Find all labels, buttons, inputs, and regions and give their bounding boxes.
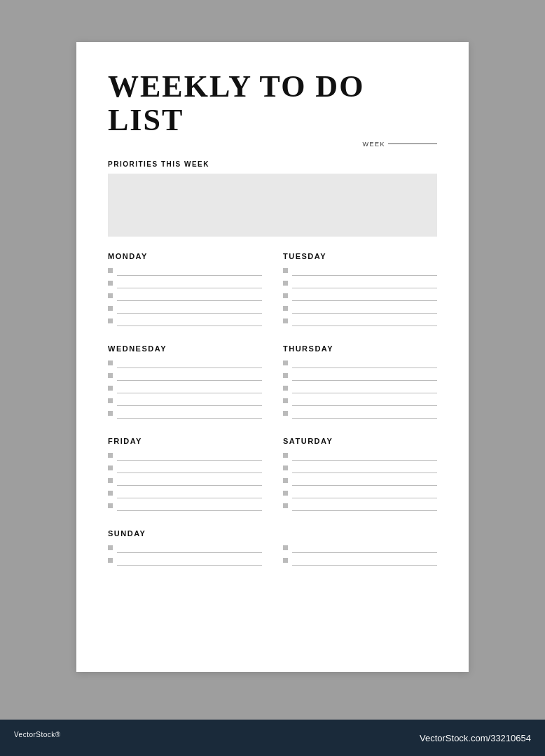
checkbox[interactable] <box>283 281 288 286</box>
task-item[interactable] <box>283 266 437 276</box>
task-line[interactable] <box>117 266 262 276</box>
task-line[interactable] <box>292 476 437 486</box>
checkbox[interactable] <box>108 318 113 323</box>
task-line[interactable] <box>292 543 437 553</box>
task-item[interactable] <box>108 371 262 381</box>
task-line[interactable] <box>117 463 262 473</box>
task-item[interactable] <box>108 396 262 406</box>
checkbox[interactable] <box>108 503 113 508</box>
task-line[interactable] <box>292 384 437 393</box>
task-line[interactable] <box>292 463 437 473</box>
task-line[interactable] <box>292 556 437 566</box>
checkbox[interactable] <box>283 398 288 403</box>
task-item[interactable] <box>108 451 262 461</box>
task-item[interactable] <box>283 396 437 406</box>
task-item[interactable] <box>283 556 437 566</box>
task-line[interactable] <box>292 266 437 276</box>
checkbox[interactable] <box>283 453 288 458</box>
task-item[interactable] <box>108 501 262 511</box>
task-line[interactable] <box>292 316 437 326</box>
task-line[interactable] <box>292 501 437 511</box>
task-item[interactable] <box>108 463 262 473</box>
checkbox[interactable] <box>108 558 113 563</box>
checkbox[interactable] <box>108 478 113 483</box>
task-line[interactable] <box>117 543 262 553</box>
checkbox[interactable] <box>283 465 288 470</box>
task-line[interactable] <box>117 489 262 498</box>
checkbox[interactable] <box>283 545 288 550</box>
task-item[interactable] <box>283 409 437 419</box>
task-item[interactable] <box>108 291 262 301</box>
task-line[interactable] <box>292 396 437 406</box>
task-line[interactable] <box>117 304 262 314</box>
checkbox[interactable] <box>108 281 113 286</box>
checkbox[interactable] <box>283 558 288 563</box>
checkbox[interactable] <box>283 306 288 311</box>
checkbox[interactable] <box>108 293 113 298</box>
checkbox[interactable] <box>283 491 288 496</box>
checkbox[interactable] <box>108 268 113 273</box>
task-item[interactable] <box>108 476 262 486</box>
task-line[interactable] <box>292 291 437 301</box>
task-line[interactable] <box>292 279 437 288</box>
task-line[interactable] <box>117 409 262 419</box>
task-line[interactable] <box>117 279 262 288</box>
task-item[interactable] <box>283 291 437 301</box>
checkbox[interactable] <box>108 491 113 496</box>
task-line[interactable] <box>292 409 437 419</box>
task-item[interactable] <box>108 266 262 276</box>
task-item[interactable] <box>108 279 262 288</box>
checkbox[interactable] <box>283 478 288 483</box>
task-item[interactable] <box>283 451 437 461</box>
checkbox[interactable] <box>283 373 288 378</box>
checkbox[interactable] <box>108 411 113 416</box>
task-line[interactable] <box>117 396 262 406</box>
task-item[interactable] <box>283 463 437 473</box>
task-item[interactable] <box>108 384 262 393</box>
task-line[interactable] <box>117 501 262 511</box>
task-item[interactable] <box>283 543 437 553</box>
task-item[interactable] <box>283 304 437 314</box>
checkbox[interactable] <box>108 306 113 311</box>
task-item[interactable] <box>108 316 262 326</box>
task-item[interactable] <box>108 304 262 314</box>
checkbox[interactable] <box>108 373 113 378</box>
checkbox[interactable] <box>283 360 288 365</box>
task-line[interactable] <box>292 304 437 314</box>
checkbox[interactable] <box>108 386 113 391</box>
priorities-box[interactable] <box>108 174 437 237</box>
checkbox[interactable] <box>283 293 288 298</box>
checkbox[interactable] <box>108 398 113 403</box>
task-line[interactable] <box>117 384 262 393</box>
task-item[interactable] <box>108 489 262 498</box>
checkbox[interactable] <box>108 545 113 550</box>
task-line[interactable] <box>117 316 262 326</box>
task-item[interactable] <box>108 556 262 566</box>
task-item[interactable] <box>283 371 437 381</box>
checkbox[interactable] <box>283 386 288 391</box>
task-item[interactable] <box>283 476 437 486</box>
checkbox[interactable] <box>283 318 288 323</box>
checkbox[interactable] <box>283 268 288 273</box>
task-line[interactable] <box>117 371 262 381</box>
checkbox[interactable] <box>108 360 113 365</box>
task-line[interactable] <box>292 451 437 461</box>
task-item[interactable] <box>108 543 262 553</box>
task-item[interactable] <box>283 489 437 498</box>
task-line[interactable] <box>292 489 437 498</box>
task-line[interactable] <box>292 371 437 381</box>
checkbox[interactable] <box>283 411 288 416</box>
task-line[interactable] <box>117 451 262 461</box>
task-item[interactable] <box>283 358 437 368</box>
checkbox[interactable] <box>283 503 288 508</box>
task-line[interactable] <box>117 476 262 486</box>
task-item[interactable] <box>283 316 437 326</box>
checkbox[interactable] <box>108 465 113 470</box>
task-item[interactable] <box>283 279 437 288</box>
task-line[interactable] <box>292 358 437 368</box>
task-item[interactable] <box>283 384 437 393</box>
task-item[interactable] <box>283 501 437 511</box>
task-item[interactable] <box>108 409 262 419</box>
task-line[interactable] <box>117 556 262 566</box>
task-item[interactable] <box>108 358 262 368</box>
